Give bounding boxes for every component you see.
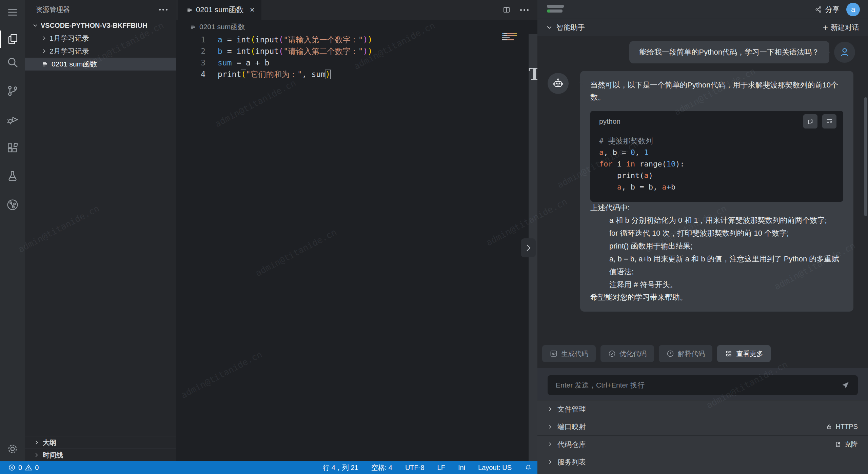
copy-code-button[interactable]: [803, 114, 817, 129]
indentation-status[interactable]: 空格: 4: [371, 463, 392, 472]
watermark-mark: T: [529, 64, 537, 84]
explorer-more-icon[interactable]: [159, 9, 167, 11]
send-icon[interactable]: [841, 381, 850, 390]
quick-actions: 生成代码 优化代码 解释代码 查看更多: [542, 345, 771, 362]
problems-status[interactable]: 0 0: [8, 464, 39, 472]
testing-flask-icon[interactable]: [0, 165, 25, 187]
editor-tab[interactable]: 0201 sum函数 ×: [178, 0, 261, 20]
user-message-row: 能给我一段简单的Python代码，学习一下相关语法吗？: [537, 41, 855, 63]
optimize-code-button[interactable]: 优化代码: [600, 345, 654, 362]
generate-code-button[interactable]: 生成代码: [542, 345, 596, 362]
file-tree: VSCODE-PYTHON-V3-BKFFBIUH 1月学习记录 2月学习记录 …: [25, 19, 176, 71]
tab-close-icon[interactable]: ×: [250, 5, 255, 15]
outline-section[interactable]: 大纲: [25, 436, 176, 449]
explanation-item: 注释用 # 符号开头。: [590, 278, 843, 291]
new-chat-button[interactable]: + 新建对话: [823, 23, 859, 32]
eol-status[interactable]: LF: [437, 464, 445, 472]
cursor-position-status[interactable]: 行 4，列 21: [323, 463, 358, 472]
timeline-section[interactable]: 时间线: [25, 449, 176, 461]
clone-action[interactable]: 克隆: [835, 440, 858, 449]
chevron-right-icon: [548, 442, 553, 447]
view-more-button[interactable]: 查看更多: [717, 345, 771, 362]
language-mode-status[interactable]: Ini: [458, 464, 465, 472]
panel-scrollbar[interactable]: [864, 97, 867, 216]
remote-run-icon[interactable]: [0, 194, 25, 216]
share-button[interactable]: 分享: [815, 5, 840, 14]
code-line[interactable]: 3sum = a + b: [176, 57, 529, 68]
notifications-bell-icon[interactable]: [525, 464, 532, 471]
chat-code-line: a, b = b, a+b: [599, 181, 836, 193]
explorer-icon[interactable]: [0, 28, 25, 50]
editor-more-icon[interactable]: [520, 9, 529, 11]
file-icon: [42, 61, 48, 67]
panel-expand-button[interactable]: [521, 238, 536, 257]
assistant-avatar: [548, 73, 569, 94]
account-avatar[interactable]: a: [846, 3, 860, 16]
menu-icon[interactable]: [0, 1, 25, 23]
code-line[interactable]: 1a = int(input("请输入第一个数字：")): [176, 34, 529, 45]
chat-code-line: a, b = 0, 1: [599, 147, 836, 158]
chevron-right-icon: [548, 407, 553, 412]
section-code-repo[interactable]: 代码仓库 克隆: [537, 435, 868, 453]
encoding-status[interactable]: UTF-8: [405, 464, 425, 472]
explanation-item: a 和 b 分别初始化为 0 和 1，用来计算斐波那契数列的前两个数字;: [590, 214, 843, 227]
check-circle-icon: [608, 350, 616, 358]
explain-code-button[interactable]: 解释代码: [659, 345, 712, 362]
explanation-title: 上述代码中:: [590, 202, 843, 214]
minimap: [502, 33, 518, 41]
code-line[interactable]: 2b = int(input("请输入第二个数字：")): [176, 45, 529, 57]
panel-sections: 文件管理 端口映射 HTTPS 代码仓库 克隆 服务列表: [537, 400, 868, 474]
status-bar: 0 0 行 4，列 21 空格: 4 UTF-8 LF Ini Layout: …: [0, 461, 537, 474]
breadcrumb[interactable]: 0201 sum函数: [176, 20, 245, 34]
keyboard-layout-status[interactable]: Layout: US: [478, 464, 512, 472]
text-cursor: [331, 70, 331, 79]
assistant-panel: 分享 a 智能助手 + 新建对话 能给我一段简单的Python代码，学习一下相关…: [537, 0, 868, 474]
tree-folder-feb[interactable]: 2月学习记录: [25, 45, 176, 58]
tree-file-selected[interactable]: 0201 sum函数: [25, 58, 176, 71]
source-control-icon[interactable]: [0, 80, 25, 102]
section-file-management[interactable]: 文件管理: [537, 400, 868, 418]
editor-area: 0201 sum函数 × 0201 sum函数 1a = int(input("…: [176, 0, 537, 461]
section-port-mapping[interactable]: 端口映射 HTTPS: [537, 418, 868, 435]
code-language-label: python: [599, 115, 620, 127]
tree-folder-jan[interactable]: 1月学习记录: [25, 32, 176, 45]
assistant-message-row: 当然可以，以下是一个简单的Python代码，用于求解斐波那契数列的前10个数。 …: [537, 71, 868, 312]
run-debug-icon[interactable]: [0, 108, 25, 130]
chevron-down-icon: [33, 23, 38, 28]
chat-code-line: for i in range(10):: [599, 158, 836, 170]
chat-input-placeholder: Enter 发送，Ctrl+Enter 换行: [556, 380, 841, 390]
panel-grip-icon[interactable]: [547, 5, 564, 14]
https-action[interactable]: HTTPS: [826, 423, 858, 431]
chevron-right-icon: [41, 48, 47, 54]
lock-icon: [826, 423, 832, 430]
chevron-right-icon: [548, 459, 553, 465]
assistant-header: 智能助手 + 新建对话: [537, 19, 868, 36]
code-line[interactable]: 4print("它们的和为：", sum): [176, 68, 529, 80]
assistant-collapse-toggle[interactable]: 智能助手: [546, 23, 585, 32]
user-message-avatar: [834, 42, 855, 63]
panel-top-bar: 分享 a: [537, 0, 868, 19]
section-service-list[interactable]: 服务列表: [537, 453, 868, 471]
chat-input[interactable]: Enter 发送，Ctrl+Enter 换行: [548, 375, 858, 395]
activity-bar: [0, 0, 25, 461]
explorer-sidebar: 资源管理器 VSCODE-PYTHON-V3-BKFFBIUH 1月学习记录 2…: [25, 0, 176, 461]
more-apps-icon: [725, 350, 733, 358]
file-icon: [186, 7, 193, 13]
code-editor[interactable]: 1a = int(input("请输入第一个数字："))2b = int(inp…: [176, 34, 529, 461]
split-editor-icon[interactable]: [502, 6, 511, 14]
tree-root-folder[interactable]: VSCODE-PYTHON-V3-BKFFBIUH: [25, 19, 176, 32]
sidebar-bottom-sections: 大纲 时间线: [25, 436, 176, 461]
insert-code-button[interactable]: [822, 114, 836, 129]
extensions-icon[interactable]: [0, 137, 25, 159]
settings-gear-icon[interactable]: [0, 438, 25, 460]
error-icon: [8, 464, 16, 471]
chat-code-block: python # 斐波那契数列a, b = 0, 1for i in range…: [590, 111, 843, 202]
explanation-list: a 和 b 分别初始化为 0 和 1，用来计算斐波那契数列的前两个数字;for …: [590, 214, 843, 291]
repo-clone-icon: [835, 441, 841, 448]
search-icon[interactable]: [0, 52, 25, 73]
chat-code-line: print(a): [599, 170, 836, 181]
chevron-right-icon: [34, 440, 39, 445]
chevron-right-icon: [41, 36, 47, 41]
chat-input-zone: Enter 发送，Ctrl+Enter 换行: [537, 368, 868, 400]
chevron-down-icon: [546, 24, 552, 31]
